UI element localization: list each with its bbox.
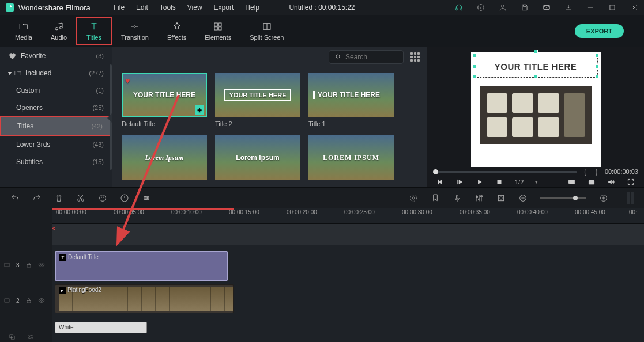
prev-frame-icon[interactable]	[436, 178, 445, 186]
menu-help[interactable]: Help	[245, 3, 259, 12]
menu-export[interactable]: Export	[214, 3, 234, 12]
zoom-out-icon[interactable]	[518, 193, 528, 203]
adjust-icon[interactable]	[142, 193, 151, 203]
speed-icon[interactable]	[120, 193, 129, 203]
export-button[interactable]: EXPORT	[575, 24, 624, 38]
tab-effects[interactable]: Effects	[158, 18, 195, 44]
search-box[interactable]	[329, 50, 404, 64]
sidebar: Favorite(3) ▾ Included(277) Custom(1) Op…	[0, 47, 112, 187]
add-icon[interactable]: +	[195, 105, 204, 115]
minimize-icon[interactable]	[586, 3, 594, 12]
tab-audio[interactable]: Audio	[42, 18, 76, 44]
undo-icon[interactable]	[10, 193, 20, 203]
sidebar-item-lower3rds[interactable]: Lower 3rds(43)	[0, 136, 112, 153]
track-header-2[interactable]: 2	[0, 283, 52, 318]
search-input[interactable]	[345, 53, 391, 61]
sidebar-item-openers[interactable]: Openers(25)	[0, 99, 112, 116]
crop-icon[interactable]	[496, 193, 506, 203]
track-header-3[interactable]: 3	[0, 247, 52, 283]
voiceover-icon[interactable]	[453, 193, 462, 203]
sidebar-item-favorite[interactable]: Favorite(3)	[0, 47, 112, 64]
preview-title-overlay[interactable]: YOUR TITLE HERE	[474, 55, 598, 78]
svg-rect-9	[214, 23, 217, 26]
preview-canvas[interactable]: YOUR TITLE HERE	[471, 52, 601, 167]
title-thumb-2[interactable]: YOUR TITLE HERE Title 2	[215, 73, 300, 127]
volume-icon[interactable]	[607, 178, 615, 186]
mail-icon[interactable]	[543, 3, 551, 12]
title-thumb-r2-2[interactable]: LOREM IPSUM	[308, 135, 394, 180]
stop-icon[interactable]	[495, 178, 503, 186]
sidebar-count: (42)	[91, 123, 103, 130]
snapshot-icon[interactable]	[587, 178, 596, 186]
duplicate-icon[interactable]	[8, 333, 16, 341]
thumb-label: Title 1	[308, 120, 394, 127]
svg-rect-6	[610, 5, 615, 10]
playhead[interactable]: ✂	[54, 208, 54, 342]
fullscreen-icon[interactable]	[627, 178, 635, 186]
tab-split-screen[interactable]: Split Screen	[240, 18, 293, 44]
marker-icon[interactable]	[431, 193, 440, 203]
sidebar-item-titles[interactable]: Titles(42)	[0, 116, 112, 136]
svg-rect-37	[498, 195, 503, 200]
title-browser: ♥YOUR TITLE HERE+ Default Title YOUR TIT…	[112, 47, 427, 187]
clip-title[interactable]: TDefault Title	[55, 251, 228, 281]
tab-transition[interactable]: Transition	[112, 18, 158, 44]
menu-bar: File Edit Tools View Export Help	[114, 3, 259, 12]
clip-video[interactable]: ▸PlatingFood2	[55, 284, 234, 313]
menu-edit[interactable]: Edit	[136, 3, 148, 12]
info-icon[interactable]	[477, 3, 485, 12]
title-thumb-r2-1[interactable]: Lorem Ipsum	[215, 135, 300, 180]
ratio-dropdown-icon[interactable]: ▾	[535, 179, 538, 185]
download-icon[interactable]	[564, 3, 573, 12]
menu-tools[interactable]: Tools	[160, 3, 176, 12]
favorite-icon[interactable]: ♥	[125, 76, 130, 85]
title-thumb-1[interactable]: YOUR TITLE HERE Title 1	[308, 73, 394, 127]
view-grid-icon[interactable]	[410, 52, 420, 62]
link-icon[interactable]	[27, 333, 35, 341]
save-icon[interactable]	[521, 3, 529, 12]
eye-icon[interactable]	[38, 261, 45, 268]
mark-out-icon[interactable]: }	[593, 168, 600, 176]
title-thumb-r2-0[interactable]: Lorem Ipsum	[122, 135, 207, 180]
menu-view[interactable]: View	[187, 3, 202, 12]
sidebar-item-subtitles[interactable]: Subtitles(15)	[0, 153, 112, 170]
mixer-icon[interactable]	[474, 193, 484, 203]
tab-elements[interactable]: Elements	[195, 18, 240, 44]
menu-file[interactable]: File	[114, 3, 125, 12]
delete-icon[interactable]	[54, 193, 63, 203]
play-pause-icon[interactable]	[456, 178, 464, 186]
svg-rect-33	[457, 195, 458, 199]
ruler[interactable]: 00:00:00:00 00:00:05:00 00:00:10:00 00:0…	[52, 208, 644, 224]
track-area[interactable]: 00:00:00:00 00:00:05:00 00:00:10:00 00:0…	[52, 208, 644, 342]
render-icon[interactable]	[409, 193, 418, 203]
user-icon[interactable]	[499, 3, 507, 12]
preview-timecode: 00:00:00:03	[605, 168, 638, 175]
zoom-in-icon[interactable]	[599, 193, 608, 203]
maximize-icon[interactable]	[608, 3, 616, 12]
play-icon[interactable]	[476, 178, 484, 186]
progress-slider[interactable]	[433, 171, 577, 173]
cut-icon[interactable]	[76, 193, 85, 203]
lock-icon[interactable]	[25, 297, 32, 304]
zoom-slider[interactable]	[540, 197, 586, 199]
svg-point-43	[40, 264, 42, 266]
svg-rect-4	[524, 5, 526, 6]
mark-in-icon[interactable]: {	[582, 168, 589, 176]
color-icon[interactable]	[98, 193, 107, 203]
sidebar-label: Titles	[17, 122, 33, 130]
sidebar-item-custom[interactable]: Custom(1)	[0, 82, 112, 99]
sidebar-collapse-caret[interactable]	[107, 113, 112, 123]
title-thumb-default[interactable]: ♥YOUR TITLE HERE+ Default Title	[122, 73, 207, 127]
tab-titles[interactable]: Titles	[76, 17, 112, 45]
close-icon[interactable]	[630, 3, 638, 12]
tab-media[interactable]: Media	[6, 18, 42, 44]
lock-icon[interactable]	[25, 261, 32, 268]
eye-icon[interactable]	[38, 297, 45, 304]
sidebar-item-included[interactable]: ▾ Included(277)	[0, 64, 112, 82]
redo-icon[interactable]	[32, 193, 42, 203]
zoom-ratio[interactable]: 1/2	[515, 178, 524, 185]
clip-white[interactable]: White	[55, 322, 147, 333]
preview-progress: { } 00:00:00:03	[433, 167, 638, 177]
quality-icon[interactable]	[568, 178, 576, 186]
headset-icon[interactable]	[455, 3, 463, 12]
